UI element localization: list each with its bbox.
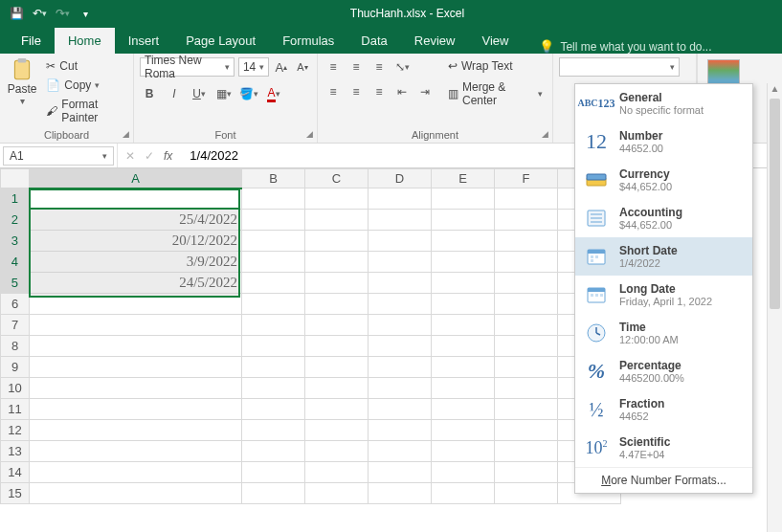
number-format-option-longdate[interactable]: Long DateFriday, April 1, 2022 <box>575 276 752 314</box>
alignment-launcher[interactable]: ◢ <box>542 129 548 139</box>
cell-C7[interactable] <box>305 315 369 336</box>
wrap-text-button[interactable]: ↩Wrap Text <box>444 57 547 75</box>
cell-D14[interactable] <box>369 462 432 483</box>
number-format-dropdown-arrow[interactable]: ▾ <box>670 62 675 72</box>
cell-C4[interactable] <box>305 252 369 273</box>
scroll-up-button[interactable]: ▲ <box>768 83 782 99</box>
increase-indent-button[interactable]: ⇥ <box>415 82 435 101</box>
number-format-input[interactable] <box>564 60 659 74</box>
tab-file[interactable]: File <box>8 28 55 54</box>
cell-D6[interactable] <box>369 294 432 315</box>
grow-font-button[interactable]: A▴ <box>273 57 290 77</box>
row-header-10[interactable]: 10 <box>1 378 30 399</box>
cell-A5[interactable]: 24/5/2022 <box>30 273 242 294</box>
format-painter-button[interactable]: 🖌Format Painter <box>42 96 127 126</box>
cell-C13[interactable] <box>305 441 369 462</box>
borders-button[interactable]: ▦▾ <box>214 84 234 103</box>
cell-C9[interactable] <box>305 357 369 378</box>
cell-E12[interactable] <box>432 420 495 441</box>
tab-data[interactable]: Data <box>347 28 400 54</box>
cell-B8[interactable] <box>242 336 305 357</box>
cell-A12[interactable] <box>30 420 242 441</box>
col-header-b[interactable]: B <box>242 169 305 188</box>
number-format-option-general[interactable]: ABC123GeneralNo specific format <box>575 84 752 122</box>
col-header-a[interactable]: A <box>30 169 242 188</box>
number-format-option-percentage[interactable]: %Percentage4465200.00% <box>575 352 752 390</box>
cell-A9[interactable] <box>30 357 242 378</box>
cell-A1[interactable]: 1/4/2022 <box>30 188 242 210</box>
cell-E5[interactable] <box>432 273 495 294</box>
copy-button[interactable]: 📄Copy ▾ <box>42 77 127 94</box>
cell-E4[interactable] <box>432 252 495 273</box>
merge-center-button[interactable]: ▥Merge & Center ▾ <box>444 78 547 109</box>
row-header-4[interactable]: 4 <box>1 252 30 273</box>
cell-F6[interactable] <box>495 294 558 315</box>
align-right-button[interactable]: ≡ <box>369 82 389 101</box>
font-color-button[interactable]: A▾ <box>264 84 283 103</box>
more-number-formats[interactable]: More Number Formats... <box>575 467 752 493</box>
paste-button[interactable]: Paste ▾ <box>6 57 38 126</box>
tab-insert[interactable]: Insert <box>115 28 173 54</box>
cell-B6[interactable] <box>242 294 305 315</box>
col-header-c[interactable]: C <box>305 169 369 188</box>
cell-E9[interactable] <box>432 357 495 378</box>
number-format-option-number[interactable]: 12Number44652.00 <box>575 122 752 161</box>
number-format-option-accounting[interactable]: Accounting$44,652.00 <box>575 199 752 237</box>
cell-C14[interactable] <box>305 462 369 483</box>
cell-D4[interactable] <box>369 252 432 273</box>
italic-button[interactable]: I <box>165 84 184 103</box>
cell-B9[interactable] <box>242 357 305 378</box>
number-format-option-currency[interactable]: Currency$44,652.00 <box>575 161 752 199</box>
cell-A3[interactable]: 20/12/2022 <box>30 231 242 252</box>
cell-F7[interactable] <box>495 315 558 336</box>
row-header-2[interactable]: 2 <box>1 210 30 231</box>
cell-D15[interactable] <box>369 483 432 504</box>
clipboard-launcher[interactable]: ◢ <box>123 129 129 139</box>
number-format-option-fraction[interactable]: ½Fraction44652 <box>575 390 752 429</box>
cell-E13[interactable] <box>432 441 495 462</box>
cell-E10[interactable] <box>432 378 495 399</box>
number-format-combo[interactable]: ▾ <box>559 57 680 77</box>
tab-formulas[interactable]: Formulas <box>269 28 347 54</box>
cell-A2[interactable]: 25/4/2022 <box>30 210 242 231</box>
fill-color-button[interactable]: 🪣▾ <box>239 84 258 103</box>
cell-D9[interactable] <box>369 357 432 378</box>
font-name-combo[interactable]: Times New Roma▾ <box>140 57 235 77</box>
tell-me-search[interactable]: 💡 Tell me what you want to do... <box>539 39 711 54</box>
cell-F8[interactable] <box>495 336 558 357</box>
cell-B2[interactable] <box>242 210 305 231</box>
cell-C15[interactable] <box>305 483 369 504</box>
cell-A11[interactable] <box>30 399 242 420</box>
number-format-option-shortdate[interactable]: Short Date1/4/2022 <box>575 237 752 276</box>
cell-B3[interactable] <box>242 231 305 252</box>
cell-B13[interactable] <box>242 441 305 462</box>
cell-A8[interactable] <box>30 336 242 357</box>
cell-C1[interactable] <box>305 188 369 210</box>
font-launcher[interactable]: ◢ <box>306 129 313 139</box>
row-header-7[interactable]: 7 <box>1 315 30 336</box>
redo-button[interactable]: ↷▾ <box>54 5 71 22</box>
cell-B7[interactable] <box>242 315 305 336</box>
cell-C5[interactable] <box>305 273 369 294</box>
shrink-font-button[interactable]: A▾ <box>294 57 311 77</box>
cell-A13[interactable] <box>30 441 242 462</box>
cell-A6[interactable] <box>30 294 242 315</box>
cell-F10[interactable] <box>495 378 558 399</box>
cell-A15[interactable] <box>30 483 242 504</box>
cell-E11[interactable] <box>432 399 495 420</box>
align-center-button[interactable]: ≡ <box>346 82 366 101</box>
cell-C11[interactable] <box>305 399 369 420</box>
row-header-11[interactable]: 11 <box>1 399 30 420</box>
cell-D5[interactable] <box>369 273 432 294</box>
cell-D3[interactable] <box>369 231 432 252</box>
qat-customize[interactable]: ▾ <box>77 5 94 22</box>
cell-E7[interactable] <box>432 315 495 336</box>
cell-C6[interactable] <box>305 294 369 315</box>
row-header-14[interactable]: 14 <box>1 462 30 483</box>
cell-D13[interactable] <box>369 441 432 462</box>
cell-F4[interactable] <box>495 252 558 273</box>
cell-C3[interactable] <box>305 231 369 252</box>
cell-C8[interactable] <box>305 336 369 357</box>
cell-C2[interactable] <box>305 210 369 231</box>
cell-B10[interactable] <box>242 378 305 399</box>
